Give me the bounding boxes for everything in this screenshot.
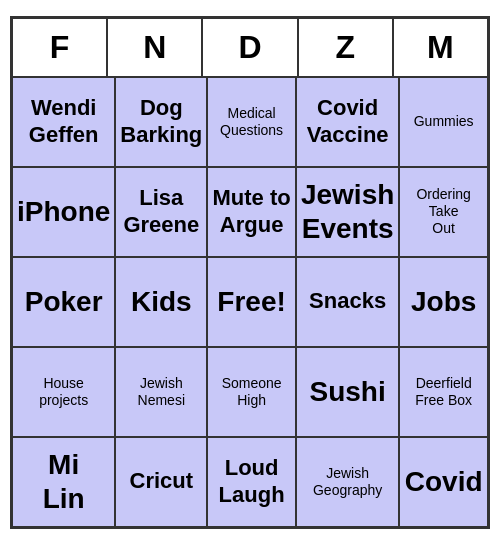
bingo-cell[interactable]: LisaGreene bbox=[115, 167, 207, 257]
bingo-cell[interactable]: Mute toArgue bbox=[207, 167, 296, 257]
header-letter: N bbox=[107, 18, 202, 77]
bingo-cell[interactable]: Covid bbox=[399, 437, 488, 527]
bingo-cell[interactable]: Kids bbox=[115, 257, 207, 347]
header-letter: D bbox=[202, 18, 297, 77]
bingo-cell[interactable]: Sushi bbox=[296, 347, 399, 437]
bingo-cell[interactable]: Houseprojects bbox=[12, 347, 115, 437]
bingo-cell[interactable]: MiLin bbox=[12, 437, 115, 527]
bingo-cell[interactable]: JewishNemesi bbox=[115, 347, 207, 437]
bingo-grid: WendiGeffenDogBarkingMedicalQuestionsCov… bbox=[12, 77, 488, 527]
bingo-cell[interactable]: iPhone bbox=[12, 167, 115, 257]
bingo-cell[interactable]: Snacks bbox=[296, 257, 399, 347]
bingo-cell[interactable]: OrderingTakeOut bbox=[399, 167, 488, 257]
bingo-cell[interactable]: LoudLaugh bbox=[207, 437, 296, 527]
bingo-cell[interactable]: Jobs bbox=[399, 257, 488, 347]
bingo-cell[interactable]: CovidVaccine bbox=[296, 77, 399, 167]
bingo-cell[interactable]: WendiGeffen bbox=[12, 77, 115, 167]
bingo-cell[interactable]: DeerfieldFree Box bbox=[399, 347, 488, 437]
bingo-cell[interactable]: Poker bbox=[12, 257, 115, 347]
header-letter: M bbox=[393, 18, 488, 77]
bingo-cell[interactable]: MedicalQuestions bbox=[207, 77, 296, 167]
bingo-cell[interactable]: Gummies bbox=[399, 77, 488, 167]
bingo-card: FNDZM WendiGeffenDogBarkingMedicalQuesti… bbox=[10, 16, 490, 529]
bingo-cell[interactable]: Cricut bbox=[115, 437, 207, 527]
bingo-cell[interactable]: DogBarking bbox=[115, 77, 207, 167]
header-row: FNDZM bbox=[12, 18, 488, 77]
header-letter: F bbox=[12, 18, 107, 77]
bingo-cell[interactable]: JewishEvents bbox=[296, 167, 399, 257]
bingo-cell[interactable]: Free! bbox=[207, 257, 296, 347]
bingo-cell[interactable]: SomeoneHigh bbox=[207, 347, 296, 437]
header-letter: Z bbox=[298, 18, 393, 77]
bingo-cell[interactable]: JewishGeography bbox=[296, 437, 399, 527]
